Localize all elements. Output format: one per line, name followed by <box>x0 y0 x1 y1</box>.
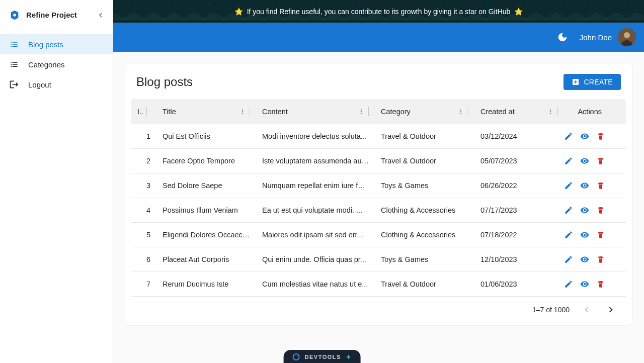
view-button[interactable] <box>580 206 589 215</box>
cell-title: Placeat Aut Corporis <box>156 255 256 263</box>
sparkle-icon: ✦ <box>346 354 352 360</box>
cell-created-at: 12/10/2023 <box>474 255 564 263</box>
brand-logo[interactable]: Refine Project <box>9 10 77 21</box>
pagination-prev-button[interactable] <box>580 303 594 317</box>
cell-content: Maiores odit ipsam sit sed err... <box>256 231 375 239</box>
avatar <box>618 28 636 46</box>
user-menu[interactable]: John Doe <box>580 28 636 46</box>
edit-button[interactable] <box>564 230 573 239</box>
table-body: 1Qui Est OfficiisModi inventore delectus… <box>131 124 626 297</box>
edit-button[interactable] <box>564 280 573 289</box>
table-row[interactable]: 2Facere Optio TemporeIste voluptatem ass… <box>131 149 626 173</box>
sidebar: Refine Project Blog posts Categories <box>0 0 113 363</box>
cell-created-at: 07/17/2023 <box>474 206 564 214</box>
list-icon <box>9 59 19 69</box>
delete-button[interactable] <box>596 181 605 190</box>
column-menu-icon[interactable] <box>238 108 247 115</box>
sidebar-item-categories[interactable]: Categories <box>0 54 113 74</box>
edit-button[interactable] <box>564 132 573 141</box>
delete-button[interactable] <box>596 132 605 141</box>
sidebar-item-logout[interactable]: Logout <box>0 74 113 95</box>
cell-actions <box>564 181 611 190</box>
column-header-actions: Actions <box>564 107 611 116</box>
edit-button[interactable] <box>564 156 573 165</box>
delete-button[interactable] <box>596 156 605 165</box>
cell-content: Numquam repellat enim iure fac... <box>256 182 375 190</box>
cell-title: Sed Dolore Saepe <box>156 182 256 190</box>
cell-id: 4 <box>131 206 156 214</box>
cell-id: 2 <box>131 157 156 165</box>
page-title: Blog posts <box>136 75 193 89</box>
cell-created-at: 07/18/2022 <box>474 231 564 239</box>
table-header: I.. Title Content <box>131 99 626 124</box>
logout-icon <box>9 79 19 89</box>
table-row[interactable]: 6Placeat Aut CorporisQui enim unde. Offi… <box>131 247 626 272</box>
chevron-right-icon <box>605 304 616 315</box>
delete-button[interactable] <box>596 230 605 239</box>
cell-actions <box>564 280 611 289</box>
star-icon: ⭐ <box>234 8 243 16</box>
dark-mode-toggle[interactable] <box>553 28 572 46</box>
view-button[interactable] <box>580 156 589 165</box>
edit-button[interactable] <box>564 181 573 190</box>
sidebar-item-blog-posts[interactable]: Blog posts <box>0 34 113 54</box>
list-icon <box>9 39 19 49</box>
table-row[interactable]: 7Rerum Ducimus IsteCum molestias vitae n… <box>131 272 626 297</box>
sidebar-collapse-button[interactable] <box>95 9 107 21</box>
column-menu-icon[interactable] <box>457 108 465 115</box>
cell-created-at: 05/07/2023 <box>474 157 564 165</box>
user-name: John Doe <box>580 33 612 42</box>
cell-actions <box>564 156 611 165</box>
view-button[interactable] <box>580 280 589 289</box>
chevron-left-icon <box>581 304 592 315</box>
pagination: 1–7 of 1000 <box>131 297 626 319</box>
sidebar-header: Refine Project <box>0 0 113 30</box>
cell-created-at: 06/26/2022 <box>474 182 564 190</box>
view-button[interactable] <box>580 181 589 190</box>
cell-id: 5 <box>131 231 156 239</box>
table-row[interactable]: 5Eligendi Dolores OccaecatiMaiores odit … <box>131 223 626 247</box>
view-button[interactable] <box>580 255 589 264</box>
column-menu-icon[interactable] <box>357 108 365 115</box>
column-header-title[interactable]: Title <box>156 107 256 116</box>
cell-category: Travel & Outdoor <box>375 132 474 140</box>
view-button[interactable] <box>580 132 589 141</box>
edit-button[interactable] <box>564 255 573 264</box>
cell-id: 3 <box>131 182 156 190</box>
brand-name: Refine Project <box>26 11 77 19</box>
main: ⭐ If you find Refine useful, you can con… <box>113 0 644 363</box>
table-row[interactable]: 3Sed Dolore SaepeNumquam repellat enim i… <box>131 173 626 198</box>
cell-title: Facere Optio Tempore <box>156 157 256 165</box>
column-header-category[interactable]: Category <box>375 107 474 116</box>
column-header-id[interactable]: I.. <box>131 107 156 116</box>
create-button[interactable]: CREATE <box>564 74 621 90</box>
sidebar-item-label: Categories <box>28 60 65 69</box>
cell-category: Toys & Games <box>375 182 474 190</box>
create-button-label: CREATE <box>584 78 613 86</box>
svg-point-0 <box>13 14 16 17</box>
table-row[interactable]: 1Qui Est OfficiisModi inventore delectus… <box>131 124 626 149</box>
pagination-next-button[interactable] <box>604 303 618 317</box>
column-header-content[interactable]: Content <box>256 107 375 116</box>
cell-category: Clothing & Accessories <box>375 206 474 214</box>
sidebar-item-label: Logout <box>28 80 51 89</box>
cell-category: Travel & Outdoor <box>375 280 474 288</box>
delete-button[interactable] <box>596 280 605 289</box>
devtools-button[interactable]: DEVTOOLS ✦ <box>284 350 361 363</box>
cell-title: Rerum Ducimus Iste <box>156 280 256 288</box>
blog-posts-card: Blog posts CREATE I.. Title <box>125 64 632 325</box>
cell-category: Travel & Outdoor <box>375 157 474 165</box>
cell-content: Ea ut est qui voluptate modi. ... <box>256 206 375 214</box>
star-icon: ⭐ <box>514 8 523 16</box>
cell-actions <box>564 230 611 239</box>
table-row[interactable]: 4Possimus Illum VeniamEa ut est qui volu… <box>131 198 626 223</box>
view-button[interactable] <box>580 230 589 239</box>
cell-id: 1 <box>131 132 156 140</box>
devtools-logo-icon <box>293 353 300 360</box>
delete-button[interactable] <box>596 206 605 215</box>
github-star-banner[interactable]: ⭐ If you find Refine useful, you can con… <box>113 0 644 23</box>
delete-button[interactable] <box>596 255 605 264</box>
column-menu-icon[interactable] <box>546 108 554 115</box>
edit-button[interactable] <box>564 206 573 215</box>
column-header-created-at[interactable]: Created at <box>474 107 564 116</box>
